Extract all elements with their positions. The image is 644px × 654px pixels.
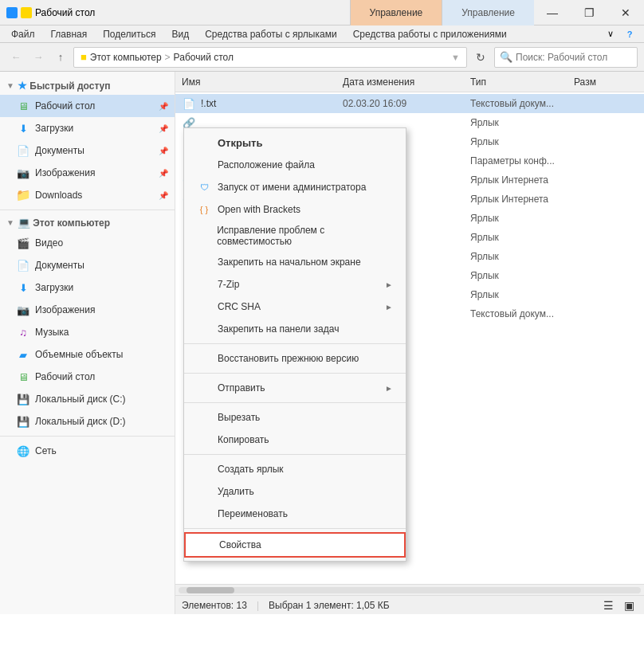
sidebar-docs2-label: Документы — [35, 260, 84, 271]
context-menu: Открыть Расположение файла 🛡 Запуск от и… — [183, 127, 406, 562]
sidebar-item-3d[interactable]: ▰ Объемные объекты — [0, 343, 175, 366]
back-button[interactable]: ← — [6, 48, 26, 67]
pin-icon-downloads-en: 📌 — [159, 191, 168, 200]
desktop2-icon: 🖥 — [16, 370, 30, 384]
ctx-item-file-location[interactable]: Расположение файла — [184, 154, 406, 176]
sidebar-images2-label: Изображения — [35, 304, 95, 315]
menu-bar: Файл Главная Поделиться Вид Средства раб… — [0, 25, 644, 43]
music-icon: ♫ — [16, 325, 30, 339]
sidebar-item-desktop2[interactable]: 🖥 Рабочий стол — [0, 366, 175, 388]
address-path[interactable]: ■ Этот компьютер > Рабочий стол ▼ — [73, 47, 467, 68]
sidebar-item-downloads[interactable]: ⬇ Загрузки 📌 — [0, 117, 175, 139]
sidebar-icon-star: ★ — [18, 80, 27, 92]
file-row-0[interactable]: 📄 !.txt 02.03.20 16:09 Текстовый докум..… — [175, 94, 644, 113]
ribbon-help-button[interactable]: ? — [622, 26, 638, 42]
ctx-item-7zip[interactable]: 7-Zip ► — [184, 273, 406, 296]
ctx-item-pin-start[interactable]: Закрепить на начальном экране — [184, 251, 406, 273]
refresh-button[interactable]: ↻ — [470, 47, 491, 68]
ctx-label-run-as-admin: Запуск от имени администратора — [218, 182, 366, 193]
menu-file[interactable]: Файл — [3, 27, 43, 41]
ctx-label-delete: Удалить — [218, 486, 254, 497]
forward-button[interactable]: → — [29, 48, 48, 67]
menu-shortcut-tools[interactable]: Средства работы с ярлыками — [197, 27, 344, 41]
sidebar-item-documents[interactable]: 📄 Документы 📌 — [0, 139, 175, 162]
ctx-item-open[interactable]: Открыть — [184, 131, 406, 154]
sidebar-item-desktop[interactable]: 🖥 Рабочий стол 📌 — [0, 95, 175, 117]
menu-home[interactable]: Главная — [43, 27, 96, 41]
scroll-track[interactable] — [179, 587, 641, 593]
sidebar-item-disk-c[interactable]: 💾 Локальный диск (C:) — [0, 388, 175, 410]
address-dropdown-icon[interactable]: ▼ — [451, 53, 460, 62]
this-pc-header[interactable]: ▼ 💻 Этот компьютер — [0, 213, 175, 232]
col-header-type[interactable]: Тип — [470, 76, 574, 88]
view-details-button[interactable]: ☰ — [599, 597, 617, 614]
ctx-label-create-shortcut: Создать ярлык — [218, 464, 284, 475]
file-type-10: Ярлык — [470, 289, 574, 300]
sidebar-item-downloads-en[interactable]: 📁 Downloads 📌 — [0, 184, 175, 206]
menu-app-tools[interactable]: Средства работы с приложениями — [345, 27, 515, 41]
ctx-label-cut: Вырезать — [218, 412, 260, 423]
sidebar-3d-label: Объемные объекты — [35, 349, 123, 360]
sidebar-item-images2[interactable]: 📷 Изображения — [0, 299, 175, 321]
sidebar-downloads-en-label: Downloads — [35, 190, 82, 201]
scroll-thumb[interactable] — [187, 587, 234, 593]
maximize-button[interactable]: ❐ — [571, 0, 607, 25]
ctx-label-restore: Восстановить прежнюю версию — [218, 353, 359, 364]
ctx-item-delete[interactable]: Удалить — [184, 480, 406, 503]
ctx-label-pin-taskbar: Закрепить на панели задач — [218, 323, 339, 335]
menu-share[interactable]: Поделиться — [95, 27, 163, 41]
sidebar-item-music[interactable]: ♫ Музыка — [0, 321, 175, 343]
pin-icon-documents: 📌 — [159, 147, 168, 155]
downloads2-icon: ⬇ — [16, 280, 30, 295]
7zip-icon — [197, 277, 211, 292]
title-bar: Рабочий стол Управление Управление — ❐ ✕ — [0, 0, 644, 25]
status-bar: Элементов: 13 | Выбран 1 элемент: 1,05 К… — [175, 595, 644, 614]
ctx-item-properties[interactable]: Свойства — [184, 532, 406, 558]
title-bar-left: Рабочий стол — [0, 7, 350, 18]
ctx-item-restore[interactable]: Восстановить прежнюю версию — [184, 347, 406, 370]
ctx-item-copy[interactable]: Копировать — [184, 429, 406, 451]
create-shortcut-icon — [197, 462, 211, 476]
ctx-item-compat[interactable]: Исправление проблем с совместимостью — [184, 221, 406, 251]
pin-start-icon — [197, 255, 211, 269]
menu-view[interactable]: Вид — [163, 27, 197, 41]
sidebar-item-images[interactable]: 📷 Изображения 📌 — [0, 162, 175, 184]
network-icon: 🌐 — [16, 444, 30, 458]
sidebar-item-video[interactable]: 🎬 Видео — [0, 232, 175, 254]
desktop-icon: 🖥 — [16, 99, 30, 113]
sidebar-item-docs2[interactable]: 📄 Документы — [0, 254, 175, 276]
sidebar-item-network[interactable]: 🌐 Сеть — [0, 440, 175, 462]
col-header-date[interactable]: Дата изменения — [343, 76, 470, 88]
ribbon-expand-button[interactable]: ∨ — [603, 26, 618, 42]
ctx-item-run-as-admin[interactable]: 🛡 Запуск от имени администратора — [184, 176, 406, 198]
minimize-button[interactable]: — — [534, 0, 571, 25]
tab-manage-2[interactable]: Управление — [442, 0, 534, 25]
ctx-item-open-brackets[interactable]: { } Open with Brackets — [184, 198, 406, 221]
view-tiles-button[interactable]: ▣ — [620, 597, 638, 614]
ctx-divider-1 — [184, 343, 406, 344]
address-bar: ← → ↑ ■ Этот компьютер > Рабочий стол ▼ … — [0, 43, 644, 72]
ctx-item-send-to[interactable]: Отправить ► — [184, 377, 406, 399]
compat-icon — [197, 229, 210, 243]
ctx-item-crc-sha[interactable]: CRC SHA ► — [184, 296, 406, 318]
close-button[interactable]: ✕ — [607, 0, 644, 25]
ctx-item-cut[interactable]: Вырезать — [184, 406, 406, 429]
up-button[interactable]: ↑ — [51, 48, 70, 67]
file-type-6: Ярлык — [470, 213, 574, 224]
col-header-name[interactable]: Имя — [182, 76, 343, 88]
search-icon: 🔍 — [500, 51, 512, 63]
quick-access-chevron: ▼ — [6, 81, 14, 90]
ctx-item-pin-taskbar[interactable]: Закрепить на панели задач — [184, 318, 406, 340]
sidebar-item-disk-d[interactable]: 💾 Локальный диск (D:) — [0, 410, 175, 433]
search-input[interactable] — [516, 52, 632, 63]
ctx-item-create-shortcut[interactable]: Создать ярлык — [184, 458, 406, 480]
col-header-size[interactable]: Разм — [574, 76, 638, 88]
file-name-0: !.txt — [201, 98, 343, 109]
ctx-item-rename[interactable]: Переименовать — [184, 503, 406, 525]
file-location-icon — [197, 158, 211, 172]
3d-icon: ▰ — [16, 347, 30, 362]
file-icon-txt: 📄 — [182, 96, 196, 111]
tab-manage-1[interactable]: Управление — [350, 0, 442, 25]
sidebar-item-downloads2[interactable]: ⬇ Загрузки — [0, 276, 175, 299]
quick-access-header[interactable]: ▼ ★ Быстрый доступ — [0, 76, 175, 95]
